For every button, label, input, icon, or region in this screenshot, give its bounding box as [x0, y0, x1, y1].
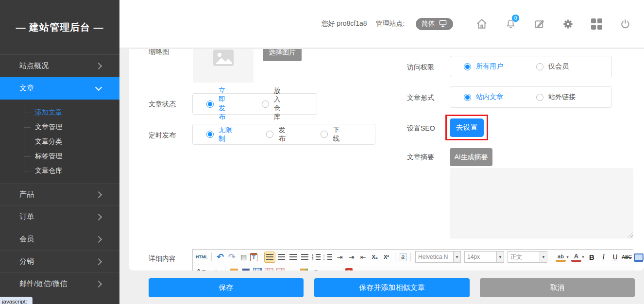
underline-icon[interactable]: U	[610, 252, 620, 262]
insert-video-icon[interactable]	[240, 267, 251, 271]
sidebar-item[interactable]: 邮件/短信/微信	[0, 273, 119, 295]
language-toggle-pill[interactable]: 简体	[416, 18, 453, 30]
attachment-pdf-icon[interactable]: A	[345, 268, 353, 271]
sidebar-subitem[interactable]: 文章分类	[0, 135, 119, 149]
paragraph-style-select[interactable]: 正文 ▼	[508, 251, 547, 263]
sidebar-item[interactable]: 分销	[0, 251, 119, 273]
sidebar-item[interactable]: 文章	[0, 77, 119, 100]
radio-option[interactable]: 放入仓库	[262, 86, 284, 121]
radio-unselected-icon[interactable]	[266, 131, 273, 138]
paragraph-style-value: 正文	[508, 253, 525, 261]
radio-unselected-icon[interactable]	[536, 94, 543, 101]
align-left-icon[interactable]	[265, 252, 275, 262]
gear-icon[interactable]	[561, 17, 574, 30]
font-color-icon[interactable]: A	[571, 253, 581, 262]
ordered-list-icon[interactable]	[311, 252, 322, 262]
app-window: — 建站管理后台 — 站点概况文章添加文章文章管理文章分类标签管理文章仓库产品订…	[0, 0, 644, 304]
radio-unselected-icon[interactable]	[321, 131, 328, 138]
apps-grid-icon[interactable]	[590, 17, 603, 30]
subscript-icon[interactable]: X₂	[370, 252, 380, 262]
chevron-right-icon	[95, 236, 102, 242]
font-color-caret[interactable]: ▾	[581, 252, 585, 262]
html-source-icon[interactable]: HTML	[196, 252, 208, 262]
radio-option[interactable]: 所有用户	[464, 62, 503, 71]
table-row-icon[interactable]	[264, 267, 274, 271]
fullscreen-icon[interactable]	[633, 252, 644, 262]
seo-setup-button[interactable]: 去设置	[450, 118, 484, 137]
paste-text-icon[interactable]: T	[250, 253, 257, 261]
thumbnail-label: 缩略图	[149, 49, 169, 56]
sidebar-item[interactable]: 产品	[0, 184, 119, 206]
indent-decrease-icon[interactable]: ⇤	[358, 252, 368, 262]
sidebar-subitem[interactable]: 添加文章	[0, 105, 119, 120]
sidebar-item[interactable]: 订单	[0, 206, 119, 228]
chevron-down-icon: ▼	[540, 252, 547, 262]
save-button[interactable]: 保存	[149, 278, 304, 297]
link-icon[interactable]: ∞	[322, 267, 332, 271]
sidebar-nav: 站点概况文章添加文章文章管理文章分类标签管理文章仓库产品订单会员分销邮件/短信/…	[0, 54, 119, 295]
line-height-caret[interactable]: ▾	[205, 267, 210, 271]
sidebar-subitem[interactable]: 文章仓库	[0, 164, 119, 178]
unlink-icon[interactable]: ∞	[334, 267, 344, 271]
bold-icon[interactable]: B	[587, 252, 597, 262]
radio-option[interactable]: 站外链接	[536, 93, 576, 101]
radio-selected-icon[interactable]	[464, 94, 471, 101]
sidebar-item-label: 订单	[19, 212, 34, 221]
radio-option-label: 仅会员	[548, 62, 569, 71]
line-height-icon[interactable]: ⇕≡	[196, 267, 206, 271]
language-label: 简体	[422, 19, 435, 28]
power-icon[interactable]	[619, 17, 631, 30]
insert-table-icon[interactable]	[252, 267, 262, 271]
bell-icon[interactable]: 0	[504, 17, 517, 30]
anchor-icon[interactable]: ø	[310, 267, 321, 271]
sidebar-item[interactable]: 会员	[0, 228, 119, 251]
toolbar-row-1: HTML↶↷▤T⇥⇥⇤X₂X²a Helvetica N ▼ 14px ▼ 正文…	[193, 250, 633, 264]
radio-option[interactable]: 下线	[321, 126, 342, 143]
radio-option[interactable]: 发布	[266, 126, 288, 143]
undo-icon[interactable]: ↶	[215, 252, 225, 262]
radio-option[interactable]: 站内文章	[464, 93, 503, 101]
radio-unselected-icon[interactable]	[536, 63, 543, 70]
image-map-icon[interactable]	[299, 267, 309, 271]
ai-generate-summary-button[interactable]: AI生成摘要	[450, 148, 492, 166]
cancel-button[interactable]: 取消	[480, 278, 635, 297]
rich-text-editor-toolbar: HTML↶↷▤T⇥⇥⇤X₂X²a Helvetica N ▼ 14px ▼ 正文…	[192, 249, 633, 270]
indent-increase-icon[interactable]: ⇥	[346, 252, 356, 262]
font-size-select[interactable]: 14px ▼	[464, 251, 504, 263]
sidebar-item-label: 邮件/短信/微信	[19, 279, 67, 288]
print-icon[interactable]: ▤	[238, 252, 249, 262]
edit-icon[interactable]	[533, 17, 545, 30]
save-and-add-similar-button[interactable]: 保存并添加相似文章	[314, 278, 470, 297]
font-family-select[interactable]: Helvetica N ▼	[415, 251, 461, 263]
sidebar-subitem[interactable]: 标签管理	[0, 149, 119, 164]
insert-image-icon[interactable]	[229, 267, 239, 271]
radio-selected-icon[interactable]	[206, 101, 214, 108]
format-eraser-icon[interactable]: ◆	[210, 265, 223, 270]
strikethrough-icon[interactable]: ABC	[622, 252, 632, 262]
choose-image-button[interactable]: 选择图片	[263, 49, 302, 61]
thumbnail-placeholder[interactable]	[193, 49, 254, 83]
superscript-icon[interactable]: X²	[381, 252, 391, 262]
merge-cells-icon[interactable]	[275, 267, 286, 271]
home-icon[interactable]	[475, 17, 488, 30]
italic-icon[interactable]: I	[598, 252, 609, 262]
sidebar-item[interactable]: 站点概况	[0, 55, 119, 77]
highlight-color-caret[interactable]: ▾	[565, 252, 570, 262]
radio-unselected-icon[interactable]	[262, 101, 269, 108]
radio-option[interactable]: 立即发布	[206, 86, 229, 121]
align-center-icon[interactable]	[276, 252, 287, 262]
highlight-color-icon[interactable]: ab	[556, 253, 566, 262]
radio-selected-icon[interactable]	[206, 131, 214, 138]
summary-textarea[interactable]	[450, 169, 633, 238]
radio-option[interactable]: 仅会员	[536, 62, 569, 71]
horizontal-rule-icon[interactable]: —	[287, 267, 297, 271]
unordered-list-icon[interactable]	[323, 252, 333, 262]
indent-first-line-icon[interactable]: ⇥	[335, 252, 345, 262]
auto-typeset-icon[interactable]: a	[399, 253, 407, 261]
sidebar-subitem[interactable]: 文章管理	[0, 120, 119, 135]
radio-option[interactable]: 无限制	[206, 126, 233, 143]
redo-icon[interactable]: ↷	[227, 252, 237, 262]
radio-selected-icon[interactable]	[464, 63, 471, 70]
justify-icon[interactable]	[300, 252, 310, 262]
align-right-icon[interactable]	[288, 252, 298, 262]
